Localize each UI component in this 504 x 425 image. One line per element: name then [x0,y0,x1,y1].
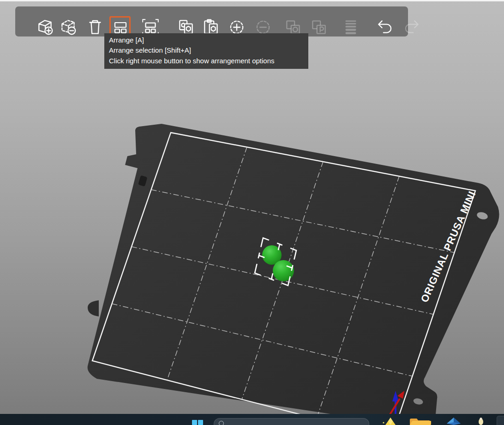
figurine-app-icon[interactable] [477,417,485,425]
print-bed: ORIGINAL PRUSA MINI [88,124,499,425]
file-explorer-icon[interactable] [409,418,431,425]
prusaslicer-3d-viewport: ORIGINAL PRUSA MINI [0,0,504,425]
delete-cube-icon [59,18,78,37]
split-parts-icon [309,18,329,37]
start-button[interactable] [192,420,210,425]
trash-icon [85,18,105,37]
windows-taskbar [0,414,504,425]
pencil-app-icon[interactable] [381,417,400,425]
add-cube-icon [36,18,55,37]
toolbar-button-delete[interactable] [59,18,78,37]
bed-clip-left [88,300,99,316]
toolbar-button-layer-height[interactable] [341,18,360,37]
tooltip-line-3: Click right mouse button to show arrange… [109,56,304,66]
gem-app-icon[interactable] [446,418,462,425]
toolbar-button-delete-all[interactable] [85,18,105,37]
taskbar-edge-button[interactable] [497,416,504,425]
main-toolbar [15,6,408,36]
toolbar-button-add[interactable] [36,18,55,37]
search-box[interactable] [214,418,369,425]
toolbar-button-split-parts[interactable] [309,18,329,37]
search-icon [219,421,224,425]
tooltip-line-1: Arrange [A] [109,35,304,45]
undo-icon [376,18,395,37]
redo-icon [402,18,421,37]
toolbar-button-undo[interactable] [376,18,395,37]
arrange-tooltip: Arrange [A] Arrange selection [Shift+A] … [104,33,308,69]
model-sphere-2[interactable] [273,260,294,281]
windows-logo-icon [198,420,203,425]
windows-logo-icon [192,420,197,425]
toolbar-button-redo[interactable] [402,18,421,37]
layers-icon [341,18,360,37]
tooltip-line-2: Arrange selection [Shift+A] [109,45,304,55]
window-top-strip [0,0,504,1]
